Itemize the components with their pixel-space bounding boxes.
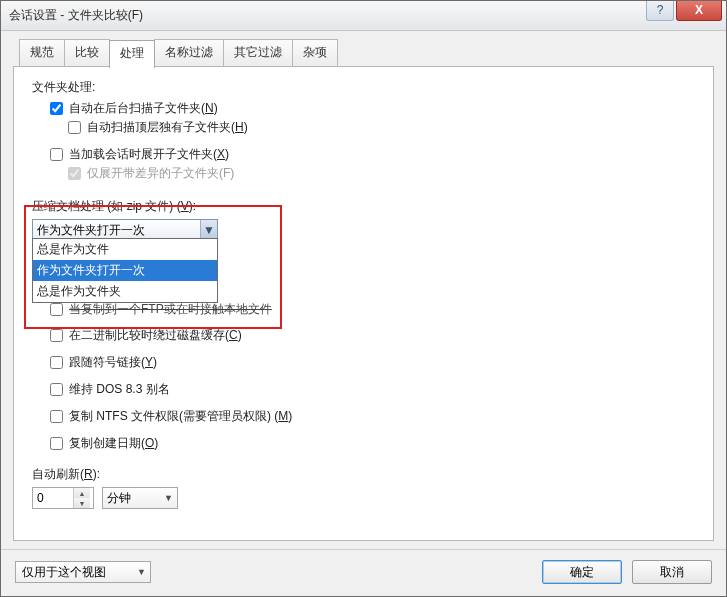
spin-up-icon[interactable]: ▲ — [74, 488, 90, 498]
archive-dropdown[interactable]: 总是作为文件 作为文件夹打开一次 总是作为文件夹 — [32, 238, 218, 303]
dialog-body: 规范 比较 处理 名称过滤 其它过滤 杂项 文件夹处理: 自动在后台扫描子文件夹… — [1, 31, 726, 549]
checkbox-auto-scan-orphan[interactable] — [68, 121, 81, 134]
chevron-down-icon: ▼ — [137, 567, 150, 577]
tab-other-filter[interactable]: 其它过滤 — [223, 39, 293, 67]
checkbox-touch-local[interactable] — [50, 303, 63, 316]
label-expand-on-load: 当加载会话时展开子文件夹(X) — [69, 146, 229, 163]
checkbox-follow-symlinks[interactable] — [50, 356, 63, 369]
refresh-unit-combo[interactable]: 分钟 ▼ — [102, 487, 178, 509]
label-auto-scan-sub: 自动在后台扫描子文件夹(N) — [69, 100, 218, 117]
archive-option-0[interactable]: 总是作为文件 — [33, 239, 217, 260]
label-ntfs: 复制 NTFS 文件权限(需要管理员权限) (M) — [69, 408, 292, 425]
label-only-diff-sub: 仅展开带差异的子文件夹(F) — [87, 165, 234, 182]
row-auto-scan-orphan: 自动扫描顶层独有子文件夹(H) — [32, 119, 695, 136]
checkbox-bypass-cache[interactable] — [50, 329, 63, 342]
row-auto-scan-sub: 自动在后台扫描子文件夹(N) — [32, 100, 695, 117]
archive-combo-button[interactable]: ▼ — [200, 220, 217, 240]
close-button[interactable]: X — [676, 1, 722, 21]
checkbox-dos83[interactable] — [50, 383, 63, 396]
tab-handling[interactable]: 处理 — [109, 40, 155, 68]
row-bypass-cache: 在二进制比较时绕过磁盘缓存(C) — [32, 327, 695, 344]
tab-compare[interactable]: 比较 — [64, 39, 110, 67]
checkbox-expand-on-load[interactable] — [50, 148, 63, 161]
checkbox-copy-created[interactable] — [50, 437, 63, 450]
label-bypass-cache: 在二进制比较时绕过磁盘缓存(C) — [69, 327, 242, 344]
checkbox-ntfs[interactable] — [50, 410, 63, 423]
label-auto-scan-orphan: 自动扫描顶层独有子文件夹(H) — [87, 119, 248, 136]
row-ntfs: 复制 NTFS 文件权限(需要管理员权限) (M) — [32, 408, 695, 425]
row-only-diff-sub: 仅展开带差异的子文件夹(F) — [32, 165, 695, 182]
tabstrip: 规范 比较 处理 名称过滤 其它过滤 杂项 — [13, 39, 714, 67]
dialog-window: 会话设置 - 文件夹比较(F) ? X 规范 比较 处理 名称过滤 其它过滤 杂… — [0, 0, 727, 597]
folder-handling-label: 文件夹处理: — [32, 79, 695, 96]
label-dos83: 维持 DOS 8.3 别名 — [69, 381, 170, 398]
scope-combo[interactable]: 仅用于这个视图 ▼ — [15, 561, 151, 583]
row-copy-created: 复制创建日期(O) — [32, 435, 695, 452]
chevron-down-icon: ▼ — [164, 493, 177, 503]
refresh-value-input[interactable] — [33, 488, 73, 508]
archive-option-1[interactable]: 作为文件夹打开一次 — [33, 260, 217, 281]
auto-refresh-label: 自动刷新(R): — [32, 466, 695, 483]
help-button[interactable]: ? — [646, 1, 674, 21]
row-expand-on-load: 当加载会话时展开子文件夹(X) — [32, 146, 695, 163]
titlebar: 会话设置 - 文件夹比较(F) ? X — [1, 1, 726, 31]
label-follow-symlinks: 跟随符号链接(Y) — [69, 354, 157, 371]
window-title: 会话设置 - 文件夹比较(F) — [9, 7, 143, 24]
archive-label: 压缩文档处理 (如 zip 文件) (V): — [32, 198, 695, 215]
row-dos83: 维持 DOS 8.3 别名 — [32, 381, 695, 398]
tab-name-filter[interactable]: 名称过滤 — [154, 39, 224, 67]
checkbox-only-diff-sub — [68, 167, 81, 180]
chevron-down-icon: ▼ — [203, 223, 215, 237]
archive-section: 压缩文档处理 (如 zip 文件) (V): 作为文件夹打开一次 ▼ 总是作为文… — [32, 198, 695, 241]
refresh-spinner[interactable]: ▲ ▼ — [32, 487, 94, 509]
ok-button[interactable]: 确定 — [542, 560, 622, 584]
auto-refresh-section: 自动刷新(R): ▲ ▼ 分钟 ▼ — [32, 466, 695, 509]
label-copy-created: 复制创建日期(O) — [69, 435, 158, 452]
archive-combo-value: 作为文件夹打开一次 — [37, 222, 145, 239]
spin-down-icon[interactable]: ▼ — [74, 498, 90, 508]
dialog-footer: 仅用于这个视图 ▼ 确定 取消 — [1, 549, 726, 596]
tab-panel-handling: 文件夹处理: 自动在后台扫描子文件夹(N) 自动扫描顶层独有子文件夹(H) 当加… — [13, 66, 714, 541]
tab-misc[interactable]: 杂项 — [292, 39, 338, 67]
tab-spec[interactable]: 规范 — [19, 39, 65, 67]
row-follow-symlinks: 跟随符号链接(Y) — [32, 354, 695, 371]
archive-option-2[interactable]: 总是作为文件夹 — [33, 281, 217, 302]
checkbox-auto-scan-sub[interactable] — [50, 102, 63, 115]
cancel-button[interactable]: 取消 — [632, 560, 712, 584]
row-touch-local: 当复制到一个FTP或在时接触本地文件 — [32, 301, 695, 317]
